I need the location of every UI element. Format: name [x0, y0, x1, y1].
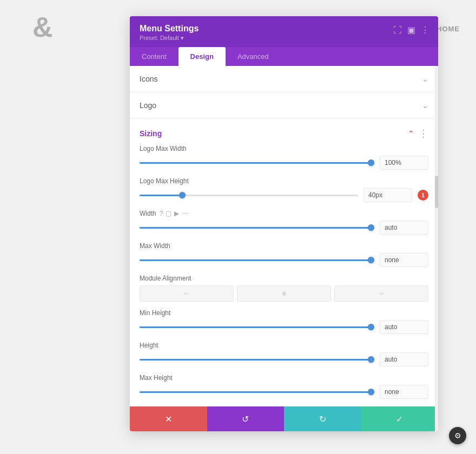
- page-background: & HOME Menu Settings Preset: Default ▾ ⛶…: [0, 0, 476, 454]
- tab-design[interactable]: Design: [178, 47, 226, 66]
- slider-track: [140, 227, 374, 229]
- sizing-section: Sizing ⌃ ⋮ Logo Max Width: [130, 119, 438, 399]
- slider-fill: [140, 259, 374, 261]
- home-label: HOME: [437, 25, 460, 33]
- expand-icon[interactable]: ⛶: [393, 25, 402, 35]
- logo-section: Logo ⌄: [130, 92, 438, 119]
- min-height-slider[interactable]: [140, 323, 374, 331]
- slider-track: [140, 391, 374, 393]
- module-alignment-label: Module Alignment: [140, 275, 428, 282]
- sizing-section-title: Sizing: [140, 129, 162, 138]
- height-slider[interactable]: [140, 355, 374, 364]
- logo-max-height-badge: 1: [418, 190, 428, 201]
- module-alignment-field: Module Alignment ← ≡ →: [140, 275, 428, 302]
- align-center-button[interactable]: ≡: [237, 285, 331, 302]
- min-height-input[interactable]: [380, 320, 428, 334]
- logo-section-header[interactable]: Logo ⌄: [140, 92, 428, 118]
- logo-max-width-label: Logo Max Width: [140, 145, 428, 152]
- desktop-icon[interactable]: ▢: [166, 210, 171, 217]
- logo-max-width-row: [140, 156, 428, 170]
- width-field: Width ? ▢ ▶ ⋯: [140, 210, 428, 235]
- float-settings-icon[interactable]: ⚙: [449, 427, 466, 444]
- icons-chevron-icon: ⌄: [422, 75, 428, 83]
- slider-thumb[interactable]: [368, 257, 374, 263]
- height-row: [140, 352, 428, 366]
- panel-header-left: Menu Settings Preset: Default ▾: [140, 24, 199, 42]
- slider-track: [140, 359, 374, 360]
- max-width-input[interactable]: [380, 253, 428, 267]
- undo-button[interactable]: ↺: [207, 406, 285, 431]
- max-width-slider[interactable]: [140, 256, 374, 264]
- panel-body: Icons ⌄ Logo ⌄ Sizing ⌃ ⋮: [130, 66, 438, 431]
- max-width-field: Max Width: [140, 242, 428, 267]
- redo-button[interactable]: ↻: [284, 406, 361, 431]
- width-row: [140, 221, 428, 235]
- scrollbar-track: [435, 66, 438, 431]
- sizing-chevron-icon[interactable]: ⌃: [408, 129, 414, 138]
- icons-section: Icons ⌄: [130, 66, 438, 92]
- min-height-label: Min Height: [140, 309, 428, 317]
- slider-thumb[interactable]: [368, 159, 374, 166]
- max-height-label: Max Height: [140, 374, 428, 382]
- alignment-options: ← ≡ →: [140, 285, 428, 302]
- max-height-slider[interactable]: [140, 388, 374, 396]
- cancel-button[interactable]: ✕: [130, 406, 207, 431]
- slider-thumb[interactable]: [368, 324, 374, 330]
- logo-max-height-slider[interactable]: [140, 191, 358, 199]
- max-width-row: [140, 253, 428, 267]
- logo-max-width-input[interactable]: [380, 156, 428, 170]
- icons-section-header[interactable]: Icons ⌄: [140, 66, 428, 92]
- panel-preset[interactable]: Preset: Default ▾: [140, 35, 199, 42]
- tab-advanced[interactable]: Advanced: [226, 47, 281, 66]
- panel-header-right: ⛶ ▣ ⋮: [393, 25, 429, 35]
- logo-max-height-row: 1: [140, 188, 428, 202]
- width-slider[interactable]: [140, 223, 374, 232]
- height-label: Height: [140, 342, 428, 349]
- width-input[interactable]: [380, 221, 428, 235]
- logo-max-width-slider[interactable]: [140, 158, 374, 167]
- sizing-header-controls: ⌃ ⋮: [408, 128, 428, 139]
- width-label: Width ? ▢ ▶ ⋯: [140, 210, 428, 217]
- sidebar-icon[interactable]: ▣: [407, 25, 415, 35]
- logo-max-height-input[interactable]: [363, 188, 412, 202]
- max-height-field: Max Height: [140, 374, 428, 399]
- slider-track: [140, 195, 358, 196]
- slider-track: [140, 326, 374, 328]
- settings-panel: Menu Settings Preset: Default ▾ ⛶ ▣ ⋮ Co…: [130, 16, 438, 431]
- tab-content[interactable]: Content: [130, 47, 178, 66]
- logo-section-title: Logo: [140, 101, 156, 110]
- slider-fill: [140, 227, 374, 229]
- slider-thumb[interactable]: [368, 356, 374, 363]
- scrollbar-thumb[interactable]: [435, 176, 438, 208]
- height-input[interactable]: [380, 352, 428, 366]
- panel-header: Menu Settings Preset: Default ▾ ⛶ ▣ ⋮: [130, 16, 438, 47]
- width-label-icons: ? ▢ ▶ ⋯: [160, 210, 189, 217]
- max-height-input[interactable]: [380, 385, 428, 399]
- slider-thumb[interactable]: [368, 389, 374, 395]
- tab-bar: Content Design Advanced: [130, 47, 438, 66]
- panel-footer: ✕ ↺ ↻ ✓: [130, 406, 438, 431]
- slider-fill: [140, 162, 374, 164]
- max-width-label: Max Width: [140, 242, 428, 250]
- slider-thumb[interactable]: [179, 192, 186, 198]
- slider-fill: [140, 195, 179, 196]
- logo-max-width-field: Logo Max Width: [140, 145, 428, 170]
- logo-chevron-icon: ⌄: [422, 101, 428, 110]
- save-button[interactable]: ✓: [361, 406, 439, 431]
- slider-track: [140, 259, 374, 261]
- align-right-button[interactable]: →: [334, 285, 428, 302]
- slider-thumb[interactable]: [368, 224, 374, 231]
- more-vert-icon[interactable]: ⋮: [421, 25, 429, 35]
- height-field: Height: [140, 342, 428, 366]
- align-left-button[interactable]: ←: [140, 285, 234, 302]
- sizing-more-icon[interactable]: ⋮: [419, 128, 428, 139]
- slider-fill: [140, 326, 374, 328]
- slider-fill: [140, 391, 374, 393]
- sizing-section-header: Sizing ⌃ ⋮: [140, 119, 428, 145]
- cursor-icon[interactable]: ▶: [174, 210, 179, 217]
- min-height-row: [140, 320, 428, 334]
- icons-section-title: Icons: [140, 75, 157, 83]
- slider-track: [140, 162, 374, 164]
- help-icon[interactable]: ?: [160, 210, 163, 217]
- width-more-icon[interactable]: ⋯: [182, 210, 188, 217]
